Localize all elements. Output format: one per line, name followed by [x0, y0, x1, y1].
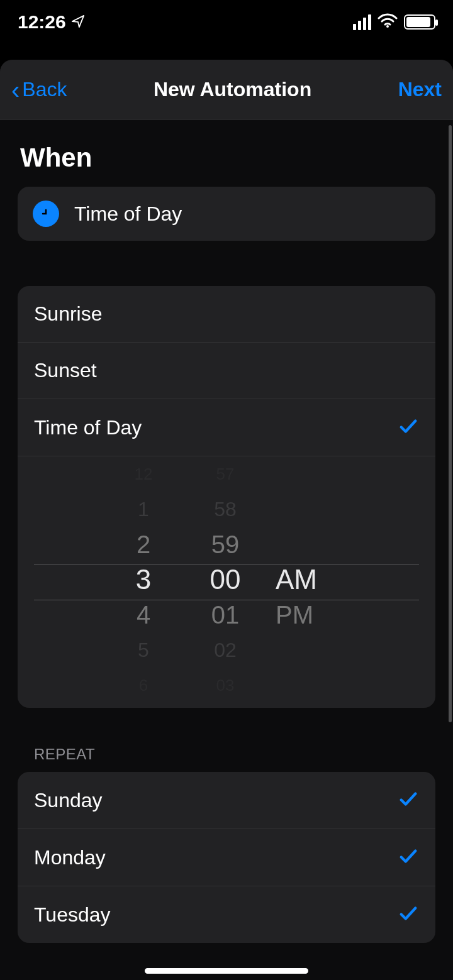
checkmark-icon	[398, 845, 419, 869]
picker-item: 2	[106, 527, 181, 562]
option-sunset[interactable]: Sunset	[18, 343, 435, 399]
picker-item: 03	[181, 668, 269, 703]
picker-item-selected: 00	[181, 562, 269, 597]
cellular-icon	[353, 14, 371, 30]
picker-item: 4	[106, 597, 181, 632]
when-summary-label: Time of Day	[74, 202, 182, 226]
status-left: 12:26	[18, 11, 85, 33]
option-sunset-label: Sunset	[34, 359, 97, 382]
picker-item: 59	[181, 527, 269, 562]
day-sunday-label: Sunday	[34, 789, 103, 812]
svg-point-0	[386, 25, 389, 28]
status-bar: 12:26	[0, 0, 453, 44]
minute-wheel[interactable]: 57 58 59 00 01 02 03	[181, 456, 269, 708]
repeat-days-card: Sunday Monday Tuesday	[18, 772, 435, 943]
picker-item: 6	[106, 668, 181, 703]
checkmark-icon	[398, 788, 419, 812]
chevron-left-icon: ‹	[11, 77, 20, 102]
hour-wheel[interactable]: 12 1 2 3 4 5 6	[106, 456, 181, 708]
ampm-wheel[interactable]: . . . AM PM	[269, 456, 345, 708]
picker-item: 58	[181, 492, 269, 527]
option-sunrise-label: Sunrise	[34, 302, 103, 326]
location-arrow-icon	[71, 11, 85, 33]
day-sunday[interactable]: Sunday	[18, 772, 435, 829]
clock-icon	[33, 201, 59, 227]
status-right	[353, 13, 435, 31]
picker-item: 1	[106, 492, 181, 527]
picker-item: 01	[181, 597, 269, 632]
next-button[interactable]: Next	[398, 78, 442, 101]
content-area: When Time of Day Sunrise Sunset Time of …	[0, 120, 453, 980]
picker-item: PM	[276, 597, 345, 632]
wifi-icon	[378, 13, 398, 31]
day-monday-label: Monday	[34, 846, 106, 869]
checkmark-icon	[398, 416, 419, 439]
picker-item-selected: AM	[276, 562, 345, 597]
nav-title: New Automation	[154, 78, 311, 101]
picker-item: 12	[106, 456, 181, 492]
when-options-card: Sunrise Sunset Time of Day 12 1 2 3	[18, 286, 435, 708]
back-button[interactable]: ‹ Back	[11, 77, 67, 102]
checkmark-icon	[398, 903, 419, 927]
nav-bar: ‹ Back New Automation Next	[0, 60, 453, 120]
back-label: Back	[22, 78, 67, 101]
time-picker[interactable]: 12 1 2 3 4 5 6 57 58 59 00 01 02	[18, 456, 435, 708]
day-monday[interactable]: Monday	[18, 829, 435, 886]
picker-item-selected: 3	[106, 562, 181, 597]
battery-icon	[404, 14, 435, 30]
picker-item: 02	[181, 632, 269, 668]
day-tuesday-label: Tuesday	[34, 903, 111, 927]
option-sunrise[interactable]: Sunrise	[18, 286, 435, 343]
option-time-of-day-label: Time of Day	[34, 416, 142, 439]
option-time-of-day[interactable]: Time of Day	[18, 399, 435, 456]
modal-sheet: ‹ Back New Automation Next When Time of …	[0, 60, 453, 980]
status-time: 12:26	[18, 11, 66, 33]
day-tuesday[interactable]: Tuesday	[18, 886, 435, 943]
picker-item: 5	[106, 632, 181, 668]
home-indicator[interactable]	[145, 968, 308, 974]
scrollbar[interactable]	[449, 125, 452, 722]
when-summary-card[interactable]: Time of Day	[18, 187, 435, 241]
repeat-header: REPEAT	[0, 746, 453, 772]
picker-item: 57	[181, 456, 269, 492]
when-header: When	[0, 120, 453, 187]
